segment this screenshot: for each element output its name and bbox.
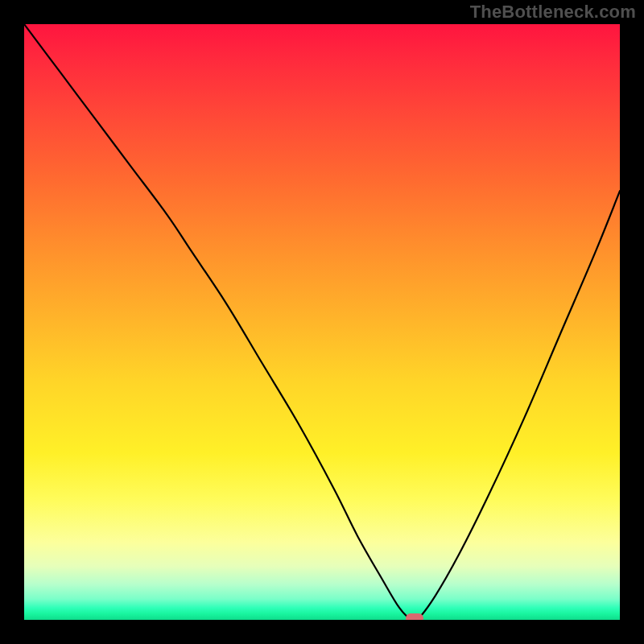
plot-area	[24, 24, 620, 620]
bottleneck-curve	[24, 24, 620, 620]
curve-path	[24, 24, 620, 620]
optimal-marker	[406, 613, 423, 620]
chart-frame: TheBottleneck.com	[0, 0, 644, 644]
watermark-label: TheBottleneck.com	[470, 2, 636, 23]
